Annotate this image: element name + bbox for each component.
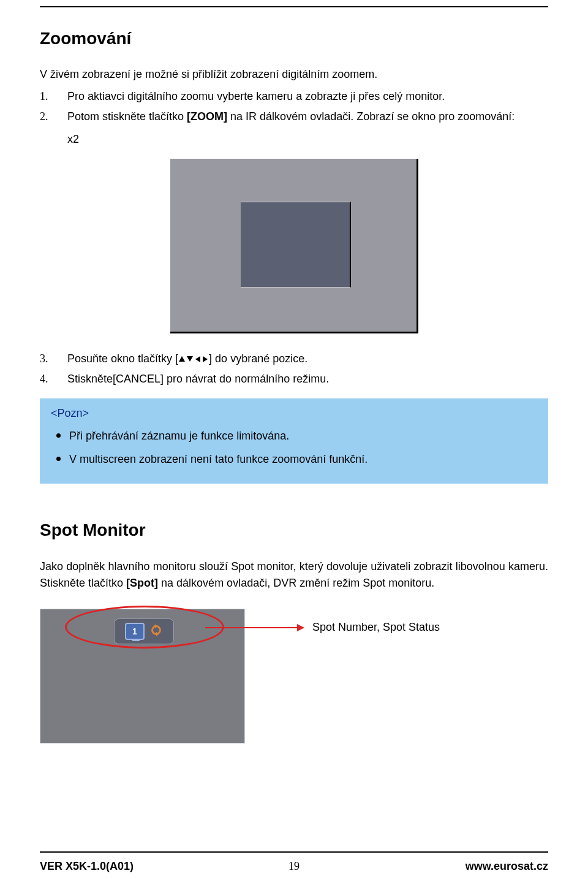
step-body: Pro aktiavci digitálního zoomu vyberte k…: [67, 88, 548, 105]
monitor-icon: 1: [125, 623, 145, 640]
top-rule: [40, 6, 548, 7]
note-item: V multiscreen zobrazení není tato funkce…: [69, 447, 537, 468]
svg-marker-2: [195, 356, 200, 362]
step-body: Stiskněte[CANCEL] pro návrat do normální…: [67, 371, 548, 387]
step-number: 4.: [40, 371, 67, 387]
svg-marker-3: [203, 356, 208, 362]
note-list: Při přehrávání záznamu je funkce limitov…: [69, 424, 537, 468]
step-body: Potom stiskněte tlačítko [ZOOM] na IR dá…: [67, 108, 548, 125]
footer: VER X5K-1.0(A01) 19 www.eurosat.cz: [40, 851, 548, 873]
heading-zoom: Zoomování: [40, 29, 548, 48]
step-number: 2.: [40, 108, 67, 125]
svg-marker-0: [179, 356, 185, 362]
step-body: Posuňte okno tlačítky [ ] do vybrané poz…: [67, 351, 548, 367]
callout-label: Spot Number, Spot Status: [312, 621, 440, 634]
steps-list-cont: 3. Posuňte okno tlačítky [ ] do vybrané …: [40, 351, 548, 387]
footer-page-number: 19: [40, 860, 548, 873]
spot-post: na dálkovém ovladači, DVR změní režim Sp…: [158, 577, 434, 589]
zoom-figure: [170, 159, 418, 333]
step-1: 1. Pro aktiavci digitálního zoomu vybert…: [40, 88, 548, 105]
step2-x2: x2: [67, 131, 548, 148]
step3-post: ] do vybrané pozice.: [209, 352, 307, 365]
lead-text: V živém zobrazení je možné si přiblížit …: [40, 67, 548, 82]
spot-bold: [Spot]: [126, 577, 158, 589]
callout-arrow: [205, 627, 303, 628]
step-3: 3. Posuňte okno tlačítky [ ] do vybrané …: [40, 351, 548, 367]
spot-paragraph: Jako doplněk hlavního monitoru slouží Sp…: [40, 558, 548, 592]
spot-figure: 1: [40, 609, 245, 744]
spot-badge: 1: [114, 618, 174, 644]
step-number: 1.: [40, 88, 67, 105]
arrow-keys-icon: [178, 355, 209, 363]
note-item: Při přehrávání záznamu je funkce limitov…: [69, 424, 537, 444]
heading-spot: Spot Monitor: [40, 520, 548, 540]
step2-pre: Potom stiskněte tlačítko: [67, 110, 187, 123]
note-title: <Pozn>: [51, 407, 537, 420]
spot-number: 1: [132, 626, 137, 636]
step3-pre: Posuňte okno tlačítky [: [67, 352, 178, 365]
spot-figure-wrap: 1 Spot Number, Spot Status: [40, 609, 548, 756]
steps-list: 1. Pro aktiavci digitálního zoomu vybert…: [40, 88, 548, 125]
step2-post: na IR dálkovém ovladači. Zobrazí se okno…: [227, 110, 514, 123]
note-box: <Pozn> Při přehrávání záznamu je funkce …: [40, 398, 548, 484]
step-4: 4. Stiskněte[CANCEL] pro návrat do normá…: [40, 371, 548, 387]
refresh-icon: [149, 623, 163, 640]
zoom-figure-inner: [241, 202, 351, 287]
footer-rule: [40, 851, 548, 853]
step-number: 3.: [40, 351, 67, 367]
step-2: 2. Potom stiskněte tlačítko [ZOOM] na IR…: [40, 108, 548, 125]
step2-zoom-label: [ZOOM]: [187, 110, 227, 123]
svg-marker-1: [187, 356, 193, 362]
